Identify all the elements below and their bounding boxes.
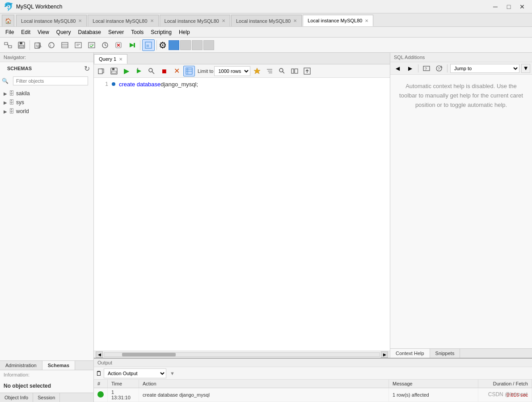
row-status <box>94 388 108 402</box>
schema-item-world[interactable]: ▶ 🗄 world <box>0 107 93 116</box>
maximize-button[interactable]: □ <box>502 2 515 12</box>
button-6[interactable] <box>99 39 111 51</box>
menu-server[interactable]: Server <box>105 28 127 36</box>
minimize-button[interactable]: ─ <box>489 2 502 12</box>
layout-btn-4[interactable] <box>203 40 214 50</box>
button-8[interactable] <box>126 39 138 51</box>
editor-area[interactable]: 1 create database django_mysql; <box>94 78 390 351</box>
menu-edit[interactable]: Edit <box>17 28 34 36</box>
scroll-thumb[interactable] <box>122 353 176 356</box>
search-replace-button[interactable] <box>276 66 288 76</box>
schema-item-sys[interactable]: ▶ 🗄 sys <box>0 98 93 107</box>
jump-to-select[interactable]: Jump to <box>450 64 519 73</box>
tab-label: Local instance MySQL80 <box>165 18 219 24</box>
menu-view[interactable]: View <box>34 28 53 36</box>
help-icon: ? <box>423 65 430 72</box>
button-5[interactable] <box>85 39 98 51</box>
query-tab-close-icon[interactable]: ✕ <box>119 57 122 62</box>
expand-icon-sys: ▶ <box>4 100 7 105</box>
sql-text-dbname: django_mysql; <box>160 81 198 88</box>
query-tab-1[interactable]: Query 1 ✕ <box>94 54 127 64</box>
svg-point-8 <box>49 42 54 48</box>
row-number: 1 <box>111 389 114 395</box>
settings-icon[interactable]: ⚙ <box>159 40 167 51</box>
export-button[interactable] <box>301 66 313 76</box>
layout-btn-3[interactable] <box>192 40 203 50</box>
watermark: CSDN @lehocat <box>488 391 528 398</box>
menu-bar: File Edit View Query Database Server Too… <box>0 27 532 38</box>
save-file-button[interactable] <box>108 66 120 76</box>
footer-tab-session[interactable]: Session <box>33 393 60 402</box>
tab-snippets[interactable]: Snippets <box>430 349 460 358</box>
instance-tab-3[interactable]: Local instance MySQL80 ✕ <box>160 15 230 26</box>
open-file-button[interactable] <box>96 66 107 76</box>
action-output-select[interactable]: Action Output <box>104 368 166 378</box>
add-favorite-button[interactable] <box>251 66 263 76</box>
menu-scripting[interactable]: Scripting <box>147 28 175 36</box>
tab-close-icon-1[interactable]: ✕ <box>78 18 82 23</box>
row-number-time: 1 13:31:10 <box>108 388 139 402</box>
stop-button[interactable]: ⏹ <box>158 66 170 76</box>
icon-2: i <box>47 41 55 49</box>
auto-help-button[interactable]: ? A <box>434 63 444 73</box>
beautify-button[interactable] <box>264 66 275 76</box>
filter-objects-input[interactable] <box>13 76 88 85</box>
help-button[interactable]: ? <box>421 63 432 73</box>
layout-btn-1[interactable] <box>169 40 179 50</box>
menu-tools[interactable]: Tools <box>127 28 147 36</box>
menu-database[interactable]: Database <box>75 28 105 36</box>
tab-label: Local instance MySQL80 <box>236 18 291 24</box>
app-title: MySQL Workbench <box>16 4 489 10</box>
jump-dropdown-button[interactable]: ▼ <box>521 64 530 73</box>
instance-tab-5[interactable]: Local instance MySQL80 ✕ <box>303 15 373 26</box>
button-3[interactable] <box>59 39 71 51</box>
svg-marker-24 <box>130 43 134 47</box>
right-toolbar-sep <box>418 64 418 72</box>
button-4[interactable] <box>72 39 84 51</box>
h-scrollbar[interactable]: ◀ ▶ <box>94 351 390 358</box>
new-connection-button[interactable] <box>2 39 14 51</box>
menu-help[interactable]: Help <box>175 28 194 36</box>
svg-rect-47 <box>295 69 298 73</box>
footer-tab-object-info[interactable]: Object Info <box>0 393 33 402</box>
export-icon <box>304 68 311 75</box>
sidebar-tabs: Administration Schemas <box>0 361 93 370</box>
tab-close-icon-3[interactable]: ✕ <box>222 18 225 23</box>
instance-tab-4[interactable]: Local instance MySQL80 ✕ <box>231 15 302 26</box>
button-7[interactable] <box>112 39 125 51</box>
back-button[interactable]: ◀ <box>392 63 403 73</box>
tab-context-help[interactable]: Context Help <box>390 349 430 358</box>
close-button[interactable]: ✕ <box>516 2 528 12</box>
icon-6 <box>101 41 109 49</box>
tab-close-icon-4[interactable]: ✕ <box>293 18 297 23</box>
tab-close-icon-5[interactable]: ✕ <box>365 18 368 23</box>
toggle-button[interactable]: ⊞ <box>142 39 155 51</box>
open-script-button[interactable]: SQL <box>32 39 44 51</box>
schema-item-sakila[interactable]: ▶ 🗄 sakila <box>0 89 93 98</box>
cancel-button[interactable]: ✕ <box>171 66 182 76</box>
instance-tab-2[interactable]: Local instance MySQL80 ✕ <box>88 15 158 26</box>
icon-8 <box>128 41 136 49</box>
tab-close-icon-2[interactable]: ✕ <box>150 18 154 23</box>
scroll-track[interactable] <box>104 352 380 357</box>
schemas-options-icon[interactable]: ↻ <box>84 64 90 73</box>
results-grid-button[interactable] <box>183 66 195 76</box>
output-row-1: 1 13:31:10 create database django_mysql … <box>94 388 532 402</box>
columns-button[interactable] <box>289 66 300 76</box>
forward-button[interactable]: ▶ <box>405 63 415 73</box>
menu-file[interactable]: File <box>2 28 17 36</box>
button-2[interactable]: i <box>45 39 58 51</box>
instance-tab-1[interactable]: Local instance MySQL80 ✕ <box>16 15 87 26</box>
tab-schemas[interactable]: Schemas <box>42 361 75 370</box>
scroll-right-button[interactable]: ▶ <box>381 351 388 358</box>
magnify-button[interactable] <box>146 66 157 76</box>
execute-button[interactable]: ▶ <box>121 66 132 76</box>
layout-btn-2[interactable] <box>180 40 191 50</box>
scroll-left-button[interactable]: ◀ <box>96 351 103 358</box>
menu-query[interactable]: Query <box>53 28 75 36</box>
execute-selection-button[interactable] <box>133 66 145 76</box>
limit-select[interactable]: 1000 rows 500 rows 200 rows <box>214 66 250 76</box>
tab-administration[interactable]: Administration <box>0 361 42 370</box>
home-tab[interactable]: 🏠 <box>2 15 14 26</box>
save-button[interactable] <box>15 39 28 51</box>
